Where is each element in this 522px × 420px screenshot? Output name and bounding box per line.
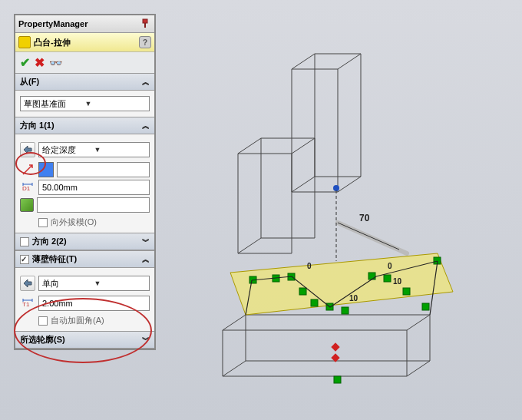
extrude-direction-handle[interactable] [333, 185, 407, 261]
section-dir1-head[interactable]: 方向 1(1) ︽ [15, 117, 154, 134]
from-plane-combo[interactable]: 草图基准面 ▼ [20, 96, 150, 111]
pm-title: PropertyManager [18, 19, 88, 28]
section-dir1-label: 方向 1(1) [20, 120, 55, 131]
section-dir2-head[interactable]: 方向 2(2) ︾ [15, 233, 154, 250]
extrude-feature-icon [18, 36, 31, 48]
dir1-mode-value: 给定深度 [42, 144, 94, 156]
dir1-direction-input[interactable] [57, 162, 150, 177]
property-manager-panel: PropertyManager 凸台-拉伸 ? ✔ ✖ 👓 从(F) ︽ 草图基… [14, 14, 156, 350]
thin-enable-checkbox[interactable] [20, 255, 29, 264]
chevron-down-icon: ︾ [142, 236, 150, 247]
dir1-depth-value: 50.00mm [42, 183, 78, 192]
thin-reverse-icon[interactable] [20, 276, 35, 291]
svg-line-7 [338, 223, 399, 250]
feature-title-bar: 凸台-拉伸 ? [15, 33, 154, 52]
section-thin-label: 薄壁特征(T) [32, 253, 77, 265]
preview-button[interactable]: 👓 [49, 57, 62, 69]
graphics-viewport[interactable]: 70 0 0 10 10 [177, 23, 507, 392]
direction-arrow-icon [20, 162, 35, 177]
svg-text:0: 0 [307, 262, 312, 270]
origin-marker [331, 342, 339, 362]
from-plane-value: 草图基准面 [24, 98, 85, 110]
svg-rect-12 [299, 288, 306, 295]
chevron-up-icon: ︽ [142, 121, 150, 131]
svg-text:0: 0 [388, 262, 392, 270]
dir1-mode-combo[interactable]: 给定深度 ▼ [38, 142, 150, 157]
draft-outward-label: 向外拔模(O) [51, 217, 97, 228]
svg-rect-19 [422, 303, 429, 310]
chevron-down-icon: ▼ [94, 146, 147, 154]
section-thin-head[interactable]: 薄壁特征(T) ︽ [15, 250, 154, 268]
ok-button[interactable]: ✔ [20, 55, 30, 70]
sketch-plane [230, 253, 453, 315]
thin-mode-value: 单向 [42, 278, 94, 289]
thin-thickness-value: 2.00mm [42, 299, 73, 308]
section-from-label: 从(F) [20, 76, 39, 88]
chevron-up-icon: ︽ [142, 77, 150, 88]
svg-point-5 [333, 185, 339, 191]
svg-text:10: 10 [393, 277, 402, 286]
svg-text:T1: T1 [22, 301, 30, 308]
svg-rect-1 [144, 23, 146, 28]
section-from-head[interactable]: 从(F) ︽ [15, 73, 154, 91]
section-dir2-label: 方向 2(2) [32, 236, 67, 247]
section-from-body: 草图基准面 ▼ [15, 91, 154, 117]
pushpin-icon[interactable] [139, 18, 151, 30]
svg-rect-0 [143, 19, 147, 23]
chevron-up-icon: ︽ [142, 254, 150, 265]
chevron-down-icon: ︾ [142, 335, 150, 346]
auto-fillet-label: 自动加圆角(A) [51, 315, 104, 326]
svg-rect-17 [384, 275, 391, 282]
draft-outward-checkbox[interactable] [38, 218, 48, 227]
auto-fillet-checkbox[interactable] [38, 316, 48, 326]
svg-text:70: 70 [359, 213, 370, 223]
svg-text:D1: D1 [22, 185, 31, 192]
section-contours-head[interactable]: 所选轮廓(S) ︾ [15, 331, 154, 349]
thin-mode-combo[interactable]: 单向 ▼ [38, 276, 150, 291]
svg-rect-21 [334, 376, 341, 383]
svg-rect-13 [311, 299, 318, 306]
dir1-depth-input[interactable]: 50.00mm [38, 180, 150, 195]
section-thin-body: 单向 ▼ T1 2.00mm 自动加圆角(A) [15, 268, 154, 331]
action-row: ✔ ✖ 👓 [15, 52, 154, 73]
svg-text:10: 10 [349, 294, 358, 303]
help-icon[interactable]: ? [139, 36, 151, 48]
section-contours-label: 所选轮廓(S) [20, 334, 65, 346]
draft-icon[interactable] [20, 198, 34, 212]
pm-header: PropertyManager [15, 15, 154, 33]
chevron-down-icon: ▼ [85, 100, 147, 107]
thickness-dimension-icon: T1 [20, 296, 35, 311]
svg-rect-16 [368, 273, 375, 279]
section-dir1-body: 给定深度 ▼ D1 50.00mm 向外拔模(O) [15, 134, 154, 233]
dir1-color-swatch[interactable] [38, 162, 54, 177]
dir1-draft-input[interactable] [37, 197, 150, 213]
svg-rect-15 [342, 307, 349, 314]
depth-dimension-icon: D1 [20, 180, 35, 195]
thin-thickness-input[interactable]: 2.00mm [38, 296, 150, 311]
cancel-button[interactable]: ✖ [35, 55, 45, 70]
feature-name: 凸台-拉伸 [34, 37, 136, 48]
svg-rect-26 [331, 342, 339, 351]
reverse-direction-icon[interactable] [20, 142, 35, 157]
svg-rect-18 [403, 288, 410, 295]
dir2-enable-checkbox[interactable] [20, 237, 29, 246]
chevron-down-icon: ▼ [94, 279, 147, 287]
